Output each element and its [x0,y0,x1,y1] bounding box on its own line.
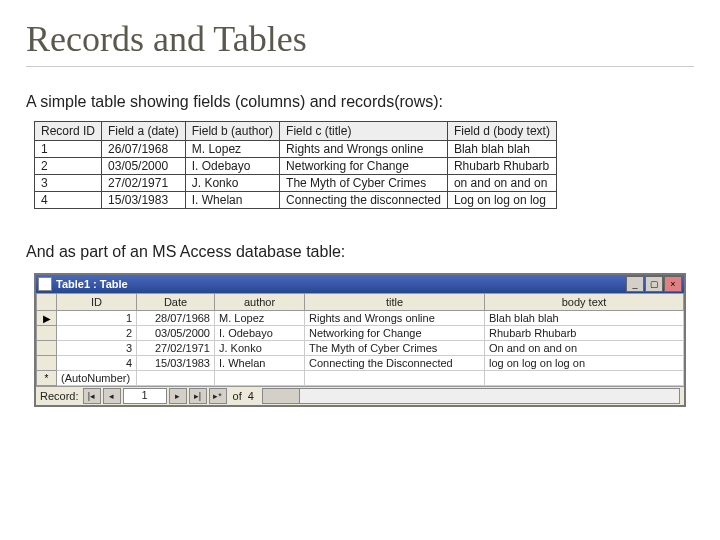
table-row: 203/05/2000I. OdebayoNetworking for Chan… [35,158,557,175]
col-title[interactable]: title [305,294,485,311]
col-field-c: Field c (title) [280,122,448,141]
table-row: 415/03/1983I. WhelanConnecting the disco… [35,192,557,209]
row-pointer-icon: ▶ [43,313,51,324]
access-window: Table1 : Table _ ▢ × ID Date author titl… [34,273,686,407]
table-row: 327/02/1971J. KonkoThe Myth of Cyber Cri… [35,175,557,192]
col-field-b: Field b (author) [185,122,279,141]
col-record-id: Record ID [35,122,102,141]
table-row[interactable]: 203/05/2000I. OdebayoNetworking for Chan… [37,326,684,341]
caption-simple-table: A simple table showing fields (columns) … [26,93,694,111]
horizontal-scrollbar[interactable] [262,388,680,404]
table-row[interactable]: 415/03/1983I. WhelanConnecting the Disco… [37,356,684,371]
nav-next-button[interactable]: ▸ [169,388,187,404]
access-grid[interactable]: ID Date author title body text ▶128/07/1… [36,293,684,386]
slide-title: Records and Tables [26,18,694,67]
table-row[interactable]: 327/02/1971J. KonkoThe Myth of Cyber Cri… [37,341,684,356]
nav-new-button[interactable]: ▸* [209,388,227,404]
maximize-button[interactable]: ▢ [645,276,663,292]
record-navigator: Record: |◂ ◂ 1 ▸ ▸| ▸* of 4 [36,386,684,405]
nav-prev-button[interactable]: ◂ [103,388,121,404]
access-titlebar[interactable]: Table1 : Table _ ▢ × [36,275,684,293]
record-number-input[interactable]: 1 [123,388,167,404]
close-button[interactable]: × [664,276,682,292]
row-selector-header[interactable] [37,294,57,311]
col-date[interactable]: Date [137,294,215,311]
window-title: Table1 : Table [56,278,128,290]
simple-table: Record ID Field a (date) Field b (author… [34,121,557,209]
nav-first-button[interactable]: |◂ [83,388,101,404]
table-row[interactable]: ▶128/07/1968M. LopezRights and Wrongs on… [37,311,684,326]
col-field-a: Field a (date) [102,122,186,141]
caption-access-table: And as part of an MS Access database tab… [26,243,694,261]
new-row-icon: * [45,373,49,384]
table-row: 126/07/1968M. LopezRights and Wrongs onl… [35,141,557,158]
record-total: 4 [248,390,254,402]
col-field-d: Field d (body text) [447,122,556,141]
nav-last-button[interactable]: ▸| [189,388,207,404]
of-label: of [233,390,242,402]
table-icon [38,277,52,291]
col-id[interactable]: ID [57,294,137,311]
col-author[interactable]: author [215,294,305,311]
record-label: Record: [40,390,79,402]
new-row[interactable]: *(AutoNumber) [37,371,684,386]
minimize-button[interactable]: _ [626,276,644,292]
col-body[interactable]: body text [485,294,684,311]
